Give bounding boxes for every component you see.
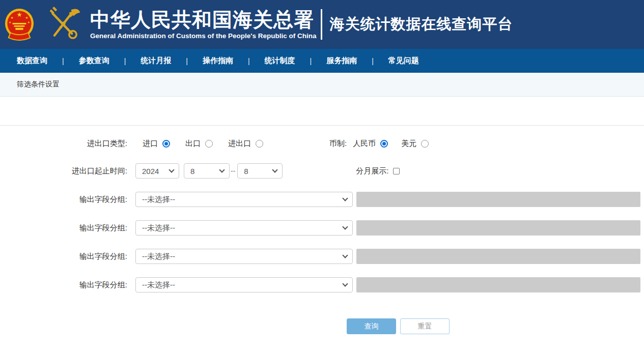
- chevron-down-icon: [219, 167, 225, 172]
- option-label: 出口: [185, 139, 201, 149]
- filter-form: 进出口类型: 进口 出口 进出口 币制: 人民币 美元: [0, 126, 644, 334]
- chevron-down-icon: [342, 252, 348, 258]
- svg-text:★: ★: [27, 21, 30, 24]
- org-title-en: General Administration of Customs of the…: [90, 32, 317, 40]
- output-group-select-2[interactable]: --未选择--: [135, 220, 353, 236]
- trade-type-row: 进出口类型: 进口 出口 进出口 币制: 人民币 美元: [0, 138, 644, 149]
- option-label: 人民币: [353, 139, 376, 149]
- trade-type-option-import: 进口: [143, 139, 170, 149]
- monthly-display-checkbox[interactable]: [393, 168, 400, 174]
- output-group-value: --未选择--: [142, 280, 175, 290]
- output-group-label: 输出字段分组:: [0, 223, 127, 233]
- output-group-label: 输出字段分组:: [0, 280, 127, 290]
- main-nav: 数据查询 | 参数查询 | 统计月报 | 操作指南 | 统计制度 | 服务指南 …: [0, 49, 644, 73]
- end-month-select[interactable]: 8: [237, 163, 283, 179]
- national-emblem-icon: ★ ★ ★ ★ ★: [5, 8, 34, 41]
- chevron-down-icon: [169, 167, 174, 172]
- output-group-select-4[interactable]: --未选择--: [135, 277, 353, 292]
- svg-text:★: ★: [9, 21, 11, 24]
- currency-option-rmb: 人民币: [353, 139, 388, 149]
- end-month-value: 8: [244, 167, 248, 175]
- org-title-zh: 中华人民共和国海关总署: [90, 9, 317, 31]
- output-group-select-1[interactable]: --未选择--: [135, 192, 353, 207]
- year-select[interactable]: 2024: [135, 163, 179, 179]
- nav-item-service-guide[interactable]: 服务指南: [326, 56, 357, 66]
- trade-type-option-import-export: 进出口: [228, 139, 263, 149]
- monthly-display-label: 分月展示:: [356, 166, 388, 176]
- nav-separator: |: [186, 57, 188, 65]
- output-group-row-3: 输出字段分组: --未选择--: [0, 249, 644, 264]
- nav-item-statistics-system[interactable]: 统计制度: [265, 56, 295, 66]
- output-group-select-3[interactable]: --未选择--: [135, 249, 353, 264]
- rmb-radio[interactable]: [380, 140, 388, 148]
- customs-emblem-icon: [44, 6, 83, 43]
- nav-separator: |: [372, 57, 374, 65]
- year-select-value: 2024: [142, 167, 159, 175]
- output-group-row-2: 输出字段分组: --未选择--: [0, 220, 644, 236]
- currency-group: 币制: 人民币 美元: [329, 139, 429, 149]
- chevron-down-icon: [342, 195, 348, 201]
- output-group-disabled-input-2: [356, 220, 640, 236]
- date-range-row: 进出口起止时间: 2024 8 -- 8 分月展示:: [0, 163, 644, 179]
- output-group-value: --未选择--: [142, 223, 175, 233]
- breadcrumb: 筛选条件设置: [0, 73, 644, 97]
- output-group-value: --未选择--: [142, 252, 175, 261]
- platform-title: 海关统计数据在线查询平台: [330, 14, 513, 35]
- option-label: 进出口: [228, 139, 251, 149]
- breadcrumb-title: 筛选条件设置: [17, 80, 60, 89]
- output-group-row-4: 输出字段分组: --未选择--: [0, 277, 644, 292]
- nav-separator: |: [310, 57, 312, 65]
- nav-item-faq[interactable]: 常见问题: [388, 56, 419, 66]
- nav-item-param-query[interactable]: 参数查询: [79, 56, 109, 66]
- nav-separator: |: [248, 57, 250, 65]
- form-actions: 查询 重置: [0, 318, 644, 334]
- export-radio[interactable]: [205, 140, 213, 148]
- output-group-label: 输出字段分组:: [0, 252, 127, 261]
- option-label: 美元: [401, 139, 416, 149]
- nav-separator: |: [124, 57, 126, 65]
- date-separator: --: [231, 167, 235, 175]
- output-group-row-1: 输出字段分组: --未选择--: [0, 192, 644, 207]
- nav-item-data-query[interactable]: 数据查询: [17, 56, 47, 66]
- output-group-label: 输出字段分组:: [0, 195, 127, 204]
- output-group-disabled-input-3: [356, 249, 640, 264]
- start-month-value: 8: [190, 167, 194, 175]
- currency-label: 币制:: [329, 139, 347, 149]
- trade-type-label: 进出口类型:: [0, 139, 127, 149]
- reset-button[interactable]: 重置: [400, 318, 450, 334]
- output-group-disabled-input-1: [356, 192, 640, 207]
- monthly-display-group: 分月展示:: [356, 166, 399, 176]
- svg-text:★: ★: [16, 12, 22, 19]
- org-title-block: 中华人民共和国海关总署 General Administration of Cu…: [90, 9, 317, 40]
- svg-text:★: ★: [10, 16, 13, 19]
- nav-item-monthly-report[interactable]: 统计月报: [141, 56, 171, 66]
- nav-separator: |: [62, 57, 64, 65]
- date-range-label: 进出口起止时间:: [0, 166, 127, 176]
- import-radio[interactable]: [162, 140, 170, 148]
- option-label: 进口: [143, 139, 158, 149]
- site-header: ★ ★ ★ ★ ★ 中华人民共和国海关总署 General Administra…: [0, 0, 644, 49]
- chevron-down-icon: [342, 224, 348, 229]
- trade-type-option-export: 出口: [185, 139, 213, 149]
- section-divider: [0, 97, 644, 126]
- import-export-radio[interactable]: [256, 140, 263, 148]
- svg-text:★: ★: [25, 16, 28, 19]
- output-group-disabled-input-4: [356, 277, 640, 292]
- currency-option-usd: 美元: [401, 139, 429, 149]
- nav-item-operation-guide[interactable]: 操作指南: [203, 56, 233, 66]
- header-divider: [321, 9, 322, 40]
- chevron-down-icon: [272, 167, 278, 172]
- start-month-select[interactable]: 8: [184, 163, 230, 179]
- query-button[interactable]: 查询: [347, 318, 396, 334]
- output-group-value: --未选择--: [142, 195, 175, 204]
- usd-radio[interactable]: [421, 140, 429, 148]
- chevron-down-icon: [342, 281, 348, 286]
